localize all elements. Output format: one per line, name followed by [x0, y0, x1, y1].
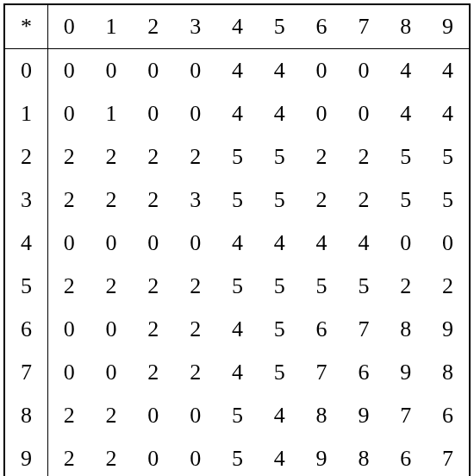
cell: 7	[427, 437, 469, 476]
corner-cell: *	[5, 5, 47, 49]
cell: 2	[301, 135, 343, 178]
col-header: 2	[132, 5, 174, 49]
col-header: 9	[427, 5, 469, 49]
cell: 2	[90, 437, 133, 476]
cell: 4	[259, 49, 301, 93]
cell: 0	[301, 92, 343, 135]
cell: 2	[301, 178, 343, 222]
cell: 5	[216, 265, 259, 308]
row-header: 6	[5, 308, 47, 351]
col-header: 7	[343, 5, 385, 49]
table-row: 2 2 2 2 2 5 5 2 2 5 5	[5, 135, 469, 178]
cell: 0	[174, 437, 216, 476]
table-row: 5 2 2 2 2 5 5 5 5 2 2	[5, 265, 469, 308]
cell: 0	[301, 49, 343, 93]
cell: 6	[427, 394, 469, 437]
cell: 2	[47, 265, 90, 308]
cell: 0	[132, 222, 174, 265]
cell: 2	[174, 351, 216, 394]
cell: 9	[427, 308, 469, 351]
cell: 2	[47, 135, 90, 178]
cell: 4	[216, 222, 259, 265]
cell: 4	[216, 92, 259, 135]
table-row: 3 2 2 2 3 5 5 2 2 5 5	[5, 178, 469, 222]
row-header: 3	[5, 178, 47, 222]
cell: 5	[259, 351, 301, 394]
row-header: 1	[5, 92, 47, 135]
col-header: 0	[47, 5, 90, 49]
table-row: 4 0 0 0 0 4 4 4 4 0 0	[5, 222, 469, 265]
col-header: 3	[174, 5, 216, 49]
cell: 5	[343, 265, 385, 308]
row-header: 8	[5, 394, 47, 437]
cell: 0	[343, 49, 385, 93]
cell: 4	[259, 92, 301, 135]
cell: 4	[216, 49, 259, 93]
cell: 7	[343, 308, 385, 351]
row-header: 2	[5, 135, 47, 178]
row-header: 9	[5, 437, 47, 476]
cell: 3	[174, 178, 216, 222]
row-header: 4	[5, 222, 47, 265]
cell: 2	[132, 351, 174, 394]
cell: 5	[216, 394, 259, 437]
cell: 0	[174, 222, 216, 265]
table-row: 6 0 0 2 2 4 5 6 7 8 9	[5, 308, 469, 351]
cell: 0	[384, 222, 427, 265]
cell: 6	[384, 437, 427, 476]
col-header: 6	[301, 5, 343, 49]
cell: 5	[384, 178, 427, 222]
cell: 0	[132, 437, 174, 476]
cell: 2	[132, 135, 174, 178]
cell: 0	[47, 308, 90, 351]
cell: 5	[216, 178, 259, 222]
cell: 2	[174, 265, 216, 308]
table-row: 7 0 0 2 2 4 5 7 6 9 8	[5, 351, 469, 394]
operation-table: * 0 1 2 3 4 5 6 7 8 9 0 0 0 0 0 4 4 0 0 …	[3, 3, 471, 476]
cell: 2	[47, 437, 90, 476]
cell: 5	[216, 437, 259, 476]
operation-grid: * 0 1 2 3 4 5 6 7 8 9 0 0 0 0 0 4 4 0 0 …	[5, 5, 469, 476]
col-header: 8	[384, 5, 427, 49]
cell: 0	[174, 49, 216, 93]
cell: 2	[90, 394, 133, 437]
cell: 4	[384, 92, 427, 135]
cell: 8	[343, 437, 385, 476]
cell: 5	[259, 265, 301, 308]
cell: 0	[90, 351, 133, 394]
cell: 9	[384, 351, 427, 394]
cell: 0	[427, 222, 469, 265]
cell: 0	[90, 222, 133, 265]
cell: 4	[259, 222, 301, 265]
cell: 6	[343, 351, 385, 394]
col-header: 4	[216, 5, 259, 49]
row-header: 7	[5, 351, 47, 394]
cell: 7	[301, 351, 343, 394]
cell: 8	[301, 394, 343, 437]
cell: 0	[343, 92, 385, 135]
cell: 4	[259, 437, 301, 476]
cell: 0	[47, 49, 90, 93]
table-row: 9 2 2 0 0 5 4 9 8 6 7	[5, 437, 469, 476]
cell: 4	[301, 222, 343, 265]
cell: 5	[427, 178, 469, 222]
table-row: 0 0 0 0 0 4 4 0 0 4 4	[5, 49, 469, 93]
cell: 0	[132, 49, 174, 93]
cell: 2	[47, 178, 90, 222]
table-row: 1 0 1 0 0 4 4 0 0 4 4	[5, 92, 469, 135]
col-header: 1	[90, 5, 133, 49]
cell: 4	[216, 351, 259, 394]
cell: 2	[343, 178, 385, 222]
column-header-row: * 0 1 2 3 4 5 6 7 8 9	[5, 5, 469, 49]
cell: 5	[259, 178, 301, 222]
cell: 5	[301, 265, 343, 308]
cell: 0	[174, 394, 216, 437]
cell: 0	[90, 49, 133, 93]
cell: 2	[132, 265, 174, 308]
cell: 0	[174, 92, 216, 135]
cell: 8	[384, 308, 427, 351]
cell: 0	[47, 222, 90, 265]
col-header: 5	[259, 5, 301, 49]
cell: 4	[259, 394, 301, 437]
cell: 2	[47, 394, 90, 437]
